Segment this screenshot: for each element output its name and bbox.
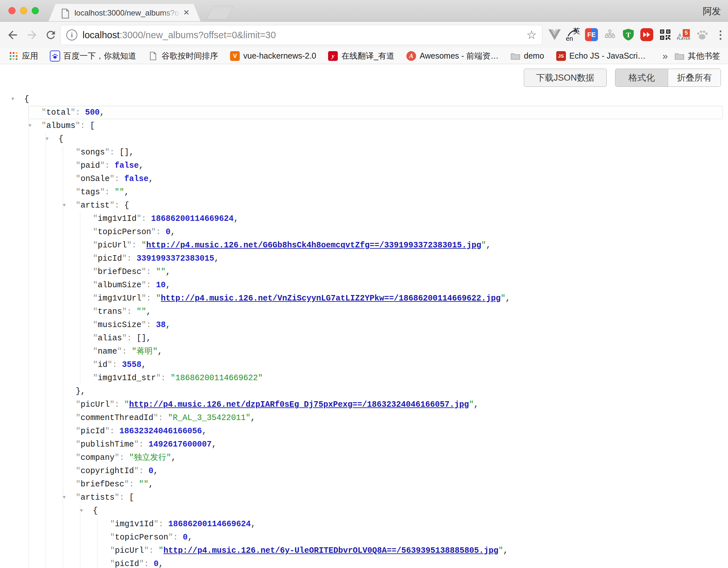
json-punctuation: [	[129, 493, 134, 502]
json-line: "trans": "",	[0, 305, 728, 318]
bookmark-item-youdao[interactable]: y 在线翻译_有道	[328, 50, 394, 61]
indent-guide	[46, 557, 46, 568]
json-key: picId	[115, 559, 139, 568]
json-key: copyrightId	[81, 466, 134, 476]
json-number-value: 3391993372383015	[137, 254, 214, 263]
json-number-value: 0	[149, 466, 153, 476]
bookmark-item-echojs[interactable]: JS Echo JS - JavaScri…	[556, 51, 646, 61]
bookmark-item-google-sort[interactable]: 谷歌按时间排序	[148, 50, 218, 61]
indent-guide	[28, 518, 29, 531]
bookmark-item-demo[interactable]: demo	[510, 51, 544, 61]
indent-guide	[28, 451, 29, 464]
indent-guide	[63, 411, 63, 425]
folder-icon	[510, 51, 521, 61]
json-line: "onSale": false,	[0, 172, 728, 185]
close-window-button[interactable]	[8, 7, 16, 14]
json-line: "picUrl": "http://p4.music.126.net/G6Gb8…	[0, 239, 728, 252]
format-button[interactable]: 格式化	[615, 69, 668, 86]
new-tab-button[interactable]	[206, 6, 234, 19]
json-key: picId	[98, 254, 122, 263]
json-line: "picUrl": "http://p4.music.126.net/dzpIA…	[0, 398, 728, 411]
site-info-icon[interactable]: i	[66, 29, 77, 40]
view-mode-segmented-control: 格式化 折叠所有	[615, 69, 721, 87]
json-key: onSale	[81, 174, 110, 184]
qr-code-icon[interactable]	[658, 28, 672, 42]
url-link[interactable]: http://p4.music.126.net/dzpIARf0sEg_Dj75…	[129, 400, 469, 409]
json-string-value: ""	[137, 307, 146, 317]
json-key: picUrl	[98, 240, 127, 250]
h5player-icon[interactable]: 5 PLAYER	[677, 28, 691, 42]
indent-guide	[80, 278, 80, 292]
download-json-button[interactable]: 下载JSON数据	[524, 69, 607, 87]
indent-guide	[63, 278, 63, 292]
indent-guide	[46, 464, 46, 478]
indent-guide	[46, 172, 46, 185]
indent-guide	[28, 106, 29, 119]
json-line: "picId": 0,	[0, 557, 728, 568]
json-key: briefDesc	[98, 267, 141, 276]
minimize-window-button[interactable]	[20, 7, 27, 14]
back-button[interactable]	[5, 28, 20, 42]
url-text[interactable]: localhost:3000/new_albums?offset=0&limit…	[83, 30, 276, 40]
indent-guide	[46, 518, 46, 531]
json-punctuation: {	[124, 201, 129, 210]
url-link[interactable]: http://p4.music.126.net/VnZiScyynLG7atLI…	[161, 294, 501, 303]
indent-guide	[28, 265, 29, 278]
json-string-value: ""	[115, 187, 124, 197]
collapse-all-button[interactable]: 折叠所有	[668, 69, 721, 86]
fe-helper-icon[interactable]: FE	[584, 28, 599, 42]
tampermonkey-shield-icon[interactable]: T	[621, 28, 635, 42]
collapse-toggle-icon[interactable]: ▼	[63, 199, 66, 212]
json-line: "briefDesc": "",	[0, 265, 728, 278]
indent-guide	[46, 252, 46, 265]
collapse-toggle-icon[interactable]: ▼	[80, 504, 83, 518]
json-number-value: false	[124, 174, 149, 184]
json-key: topicPerson	[115, 533, 168, 542]
fast-forward-icon[interactable]	[640, 28, 654, 42]
browser-menu-icon[interactable]: ⋮	[713, 28, 728, 42]
awesomes-a-icon: A	[406, 51, 416, 61]
reload-button[interactable]	[43, 28, 58, 42]
collapse-toggle-icon[interactable]: ▼	[11, 93, 14, 106]
json-string-value: "R_AL_3_35422011"	[168, 413, 250, 423]
vue-devtools-icon[interactable]	[547, 28, 562, 42]
url-link[interactable]: http://p4.music.126.net/6y-UleORITEDbvrO…	[163, 546, 498, 555]
indent-guide	[28, 531, 29, 544]
indent-guide	[63, 225, 63, 239]
url-link[interactable]: http://p4.music.126.net/G6Gb8hsCk4h8oemc…	[146, 240, 481, 250]
indent-guide	[63, 518, 63, 531]
sitemap-icon[interactable]	[603, 28, 617, 42]
json-key: picUrl	[115, 546, 144, 555]
bookmark-star-icon[interactable]: ☆	[526, 28, 537, 42]
url-bar[interactable]: i localhost:3000/new_albums?offset=0&lim…	[60, 25, 542, 45]
bookmark-item-awesomes[interactable]: A Awesomes - 前端资…	[406, 50, 499, 61]
maximize-window-button[interactable]	[32, 7, 39, 14]
json-line: "img1v1Url": "http://p4.music.126.net/Vn…	[0, 292, 728, 305]
translate-icon[interactable]: 英 en	[566, 28, 580, 42]
bookmark-item-apps[interactable]: 应用	[8, 50, 38, 61]
bookmark-item-baidu[interactable]: 百度一下，你就知道	[50, 50, 136, 61]
indent-guide	[28, 132, 29, 146]
indent-guide	[63, 398, 63, 411]
close-tab-icon[interactable]: ✕	[183, 8, 190, 17]
profile-name[interactable]: 阿发	[703, 5, 721, 17]
json-key: publishTime	[81, 440, 134, 449]
indent-guide	[80, 518, 80, 531]
indent-guide	[63, 305, 63, 318]
indent-guide	[63, 146, 63, 159]
json-string-value: "18686200114669622"	[171, 373, 263, 383]
json-key: artists	[81, 493, 115, 502]
json-line: "paid": false,	[0, 159, 728, 172]
youdao-y-icon: y	[328, 51, 338, 61]
collapse-toggle-icon[interactable]: ▼	[28, 119, 31, 132]
collapse-toggle-icon[interactable]: ▼	[46, 132, 49, 146]
bookmark-other-folder[interactable]: 其他书签	[674, 50, 720, 61]
collapse-toggle-icon[interactable]: ▼	[63, 491, 66, 504]
json-line: "topicPerson": 0,	[0, 225, 728, 239]
json-line: "briefDesc": "",	[0, 478, 728, 491]
paw-icon[interactable]	[695, 28, 709, 42]
forward-button[interactable]	[25, 28, 39, 42]
bookmarks-overflow-icon[interactable]: »	[662, 50, 668, 61]
browser-tab[interactable]: localhost:3000/new_albums?o ✕	[49, 4, 201, 21]
bookmark-item-vue-hackernews[interactable]: V vue-hackernews-2.0	[230, 51, 316, 61]
